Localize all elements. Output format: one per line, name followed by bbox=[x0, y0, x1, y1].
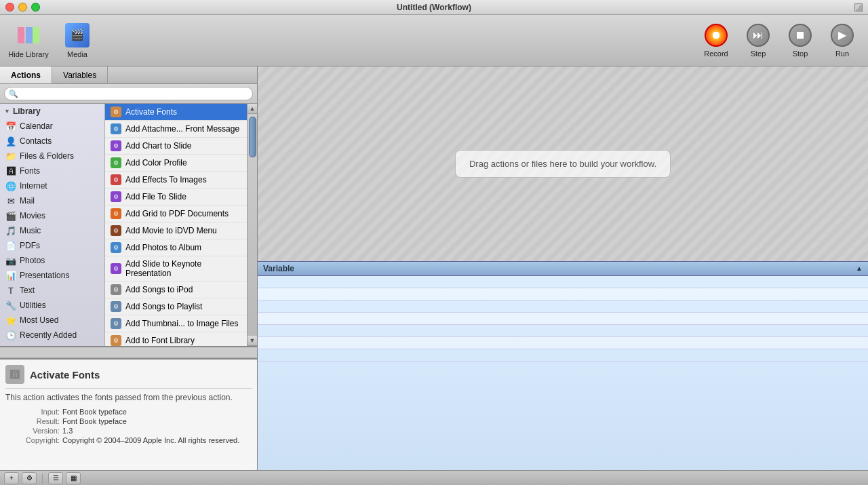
sidebar-label: Music bbox=[20, 226, 41, 235]
sidebar-icon: 📄 bbox=[5, 240, 16, 251]
result-label: Result: bbox=[5, 417, 60, 425]
settings-button[interactable]: ⚙ bbox=[22, 472, 37, 484]
action-label: Add Effects To Images bbox=[125, 175, 207, 185]
sidebar-item-text[interactable]: T Text bbox=[0, 283, 104, 298]
action-item[interactable]: ⚙ Add Chart to Slide bbox=[105, 138, 247, 155]
run-button[interactable]: ▶ Run bbox=[822, 18, 863, 64]
right-toolbar: ⏺ Record ⏭ Step ⏹ Stop ▶ Run bbox=[696, 18, 863, 64]
tab-variables[interactable]: Variables bbox=[52, 66, 108, 83]
action-item[interactable]: ⚙ Add File To Slide bbox=[105, 189, 247, 206]
maximize-button[interactable] bbox=[31, 3, 40, 12]
tab-actions[interactable]: Actions bbox=[0, 66, 52, 83]
sidebar-item-photos[interactable]: 📷 Photos bbox=[0, 253, 104, 268]
stop-button[interactable]: ⏹ Stop bbox=[780, 18, 821, 64]
sidebar-icon: 📊 bbox=[5, 270, 16, 281]
sidebar-item-fonts[interactable]: 🅰 Fonts bbox=[0, 163, 104, 178]
action-label: Add Songs to iPod bbox=[125, 285, 193, 294]
action-item[interactable]: ⚙ Add Grid to PDF Documents bbox=[105, 206, 247, 222]
variable-content bbox=[258, 276, 868, 471]
sidebar-item-recently-added[interactable]: 🕒 Recently Added bbox=[0, 328, 104, 343]
media-icon: 🎬 bbox=[65, 23, 90, 47]
sidebar-item-mail[interactable]: ✉ Mail bbox=[0, 193, 104, 208]
action-icon: ⚙ bbox=[111, 225, 121, 236]
step-label: Step bbox=[751, 50, 766, 58]
sidebar-label: Internet bbox=[20, 181, 47, 191]
action-icon: ⚙ bbox=[111, 208, 121, 219]
sidebar-label: Recently Added bbox=[20, 330, 77, 340]
action-item[interactable]: ⚙ Add Songs to Playlist bbox=[105, 298, 247, 315]
sidebar-icon: 📷 bbox=[5, 255, 16, 266]
minimize-button[interactable] bbox=[18, 3, 27, 12]
sidebar-item-internet[interactable]: 🌐 Internet bbox=[0, 178, 104, 193]
action-item[interactable]: ⚙ Add to Font Library bbox=[105, 332, 247, 346]
resize-handle[interactable] bbox=[854, 3, 863, 12]
run-icon: ▶ bbox=[831, 24, 854, 47]
action-label: Add Attachme... Front Message bbox=[125, 124, 239, 134]
action-item[interactable]: ⚙ Add Movie to iDVD Menu bbox=[105, 222, 247, 239]
hide-library-icon bbox=[16, 23, 41, 47]
sidebar-item-presentations[interactable]: 📊 Presentations bbox=[0, 268, 104, 283]
detail-header: 🅰 Activate Fonts bbox=[5, 365, 252, 389]
window-controls[interactable] bbox=[5, 3, 40, 12]
record-button[interactable]: ⏺ Record bbox=[696, 18, 736, 64]
action-item[interactable]: ⚙ Add Effects To Images bbox=[105, 172, 247, 189]
scroll-up-arrow[interactable]: ▲ bbox=[248, 104, 258, 114]
sidebar-label: Calendar bbox=[20, 121, 53, 131]
action-item[interactable]: ⚙ Add Thumbnai... to Image Files bbox=[105, 315, 247, 332]
actions-list: ⚙ Activate Fonts ⚙ Add Attachme... Front… bbox=[105, 104, 247, 346]
action-item[interactable]: ⚙ Add Color Profile bbox=[105, 155, 247, 172]
sidebar-items: 📅 Calendar 👤 Contacts 📁 Files & Folders … bbox=[0, 119, 104, 343]
variable-stripe-5 bbox=[258, 325, 868, 337]
action-item[interactable]: ⚙ Add Photos to Album bbox=[105, 239, 247, 256]
sidebar-label: Photos bbox=[20, 256, 45, 265]
sidebar-label: Utilities bbox=[20, 300, 46, 310]
sidebar-group-library[interactable]: ▼ Library bbox=[0, 104, 104, 119]
action-label: Add Photos to Album bbox=[125, 243, 201, 252]
sidebar-label: Files & Folders bbox=[20, 151, 74, 161]
variable-stripe-1 bbox=[258, 276, 868, 288]
action-item[interactable]: ⚙ Activate Fonts bbox=[105, 104, 247, 121]
search-input[interactable] bbox=[20, 89, 248, 98]
close-button[interactable] bbox=[5, 3, 14, 12]
scroll-thumb[interactable] bbox=[249, 117, 256, 157]
sidebar-label: Fonts bbox=[20, 166, 40, 176]
sidebar-item-files-&-folders[interactable]: 📁 Files & Folders bbox=[0, 149, 104, 163]
actions-scrollbar[interactable]: ▲ ▼ bbox=[247, 104, 257, 346]
variable-stripe-7 bbox=[258, 349, 868, 362]
window-title: Untitled (Workflow) bbox=[397, 3, 471, 12]
copyright-value: Copyright © 2004–2009 Apple Inc. All rig… bbox=[62, 436, 252, 444]
detail-icon: 🅰 bbox=[5, 365, 24, 384]
sidebar-item-pdfs[interactable]: 📄 PDFs bbox=[0, 238, 104, 253]
action-label: Add to Font Library bbox=[125, 336, 195, 345]
action-item[interactable]: ⚙ Add Songs to iPod bbox=[105, 282, 247, 298]
add-button[interactable]: + bbox=[4, 472, 19, 484]
sidebar-item-utilities[interactable]: 🔧 Utilities bbox=[0, 298, 104, 313]
sidebar-item-movies[interactable]: 🎬 Movies bbox=[0, 208, 104, 223]
input-value: Font Book typeface bbox=[62, 408, 252, 416]
action-item[interactable]: ⚙ Add Attachme... Front Message bbox=[105, 121, 247, 138]
workflow-area[interactable]: Drag actions or files here to build your… bbox=[258, 66, 868, 261]
workflow-panel: Drag actions or files here to build your… bbox=[258, 66, 868, 470]
version-label: Version: bbox=[5, 427, 60, 435]
variable-collapse-icon[interactable]: ▲ bbox=[856, 265, 863, 272]
record-icon: ⏺ bbox=[705, 24, 728, 47]
list-view-button[interactable]: ☰ bbox=[48, 472, 63, 484]
step-button[interactable]: ⏭ Step bbox=[738, 18, 778, 64]
scroll-down-arrow[interactable]: ▼ bbox=[248, 336, 258, 346]
variable-stripe-4 bbox=[258, 313, 868, 325]
sidebar-item-calendar[interactable]: 📅 Calendar bbox=[0, 119, 104, 134]
toolbar: Hide Library 🎬 Media ⏺ Record ⏭ Step ⏹ S… bbox=[0, 15, 868, 66]
columns-view-button[interactable]: ▦ bbox=[66, 472, 81, 484]
sidebar-item-most-used[interactable]: ⭐ Most Used bbox=[0, 313, 104, 328]
hide-library-button[interactable]: Hide Library bbox=[5, 20, 52, 61]
media-button[interactable]: 🎬 Media bbox=[54, 20, 100, 61]
sidebar-item-music[interactable]: 🎵 Music bbox=[0, 223, 104, 238]
action-item[interactable]: ⚙ Add Slide to Keynote Presentation bbox=[105, 256, 247, 282]
action-icon: ⚙ bbox=[111, 106, 121, 117]
tabs: Actions Variables bbox=[0, 66, 257, 84]
sidebar-label: Text bbox=[20, 286, 35, 295]
main-content: Actions Variables 🔍 ▼ Library 📅 Calendar… bbox=[0, 66, 868, 470]
detail-meta: Input: Font Book typeface Result: Font B… bbox=[5, 408, 252, 444]
sidebar-label: Contacts bbox=[20, 136, 52, 146]
sidebar-item-contacts[interactable]: 👤 Contacts bbox=[0, 134, 104, 149]
